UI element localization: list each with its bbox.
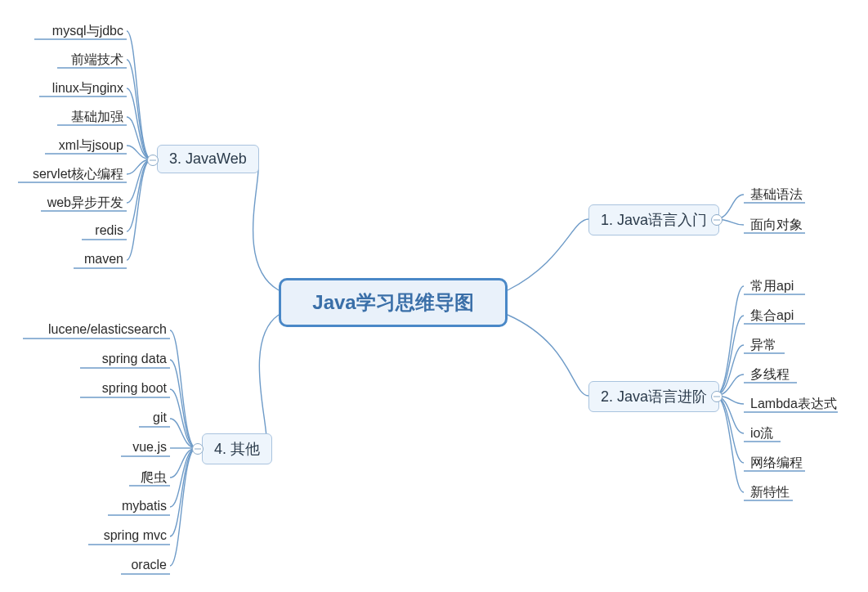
leaf-node[interactable]: mysql与jdbc [49, 21, 127, 42]
expand-toggle-icon[interactable] [711, 391, 723, 402]
leaf-label: 常用api [750, 279, 794, 293]
leaf-label: vue.js [132, 440, 167, 454]
leaf-label: 基础语法 [750, 187, 803, 201]
leaf-node[interactable]: 前端技术 [68, 50, 127, 70]
leaf-node[interactable]: 基础加强 [68, 107, 127, 128]
leaf-label: 前端技术 [71, 52, 123, 66]
leaf-node[interactable]: web异步开发 [44, 193, 127, 213]
leaf-label: redis [95, 223, 123, 237]
leaf-node[interactable]: io流 [747, 424, 776, 444]
leaf-node[interactable]: 常用api [747, 276, 797, 297]
leaf-node[interactable]: mybatis [119, 497, 170, 515]
leaf-label: linux与nginx [52, 81, 123, 95]
leaf-node[interactable]: spring data [99, 350, 170, 368]
leaf-label: 面向对象 [750, 218, 803, 231]
leaf-label: mybatis [122, 499, 167, 513]
leaf-label: Lambda表达式 [750, 397, 837, 410]
leaf-node[interactable]: 面向对象 [747, 215, 806, 235]
branch-javaweb[interactable]: 3. JavaWeb [157, 145, 259, 173]
leaf-node[interactable]: 集合api [747, 306, 797, 326]
leaf-node[interactable]: vue.js [129, 438, 170, 456]
leaf-node[interactable]: Lambda表达式 [747, 394, 840, 415]
leaf-label: 基础加强 [71, 110, 123, 123]
leaf-node[interactable]: oracle [128, 556, 170, 574]
leaf-label: lucene/elasticsearch [48, 322, 167, 336]
leaf-label: io流 [750, 426, 773, 440]
leaf-node[interactable]: 基础语法 [747, 185, 806, 205]
expand-toggle-icon[interactable] [147, 155, 159, 166]
leaf-label: mysql与jdbc [52, 24, 123, 38]
leaf-label: oracle [131, 558, 167, 572]
leaf-node[interactable]: servlet核心编程 [29, 164, 127, 185]
expand-toggle-icon[interactable] [192, 443, 204, 455]
leaf-label: 集合api [750, 308, 794, 322]
leaf-label: servlet核心编程 [33, 167, 123, 181]
leaf-node[interactable]: linux与nginx [49, 78, 127, 99]
leaf-node[interactable]: lucene/elasticsearch [45, 321, 170, 339]
leaf-node[interactable]: spring mvc [101, 527, 170, 545]
branch-label: 3. JavaWeb [169, 150, 247, 168]
leaf-label: web异步开发 [47, 195, 123, 209]
leaf-label: git [153, 410, 167, 424]
leaf-node[interactable]: 网络编程 [747, 453, 806, 473]
leaf-label: spring mvc [104, 528, 167, 542]
branch-label: 2. Java语言进阶 [601, 387, 707, 406]
leaf-label: 多线程 [750, 367, 790, 381]
branch-java-basics[interactable]: 1. Java语言入门 [588, 204, 719, 235]
branch-java-advanced[interactable]: 2. Java语言进阶 [588, 381, 719, 412]
root-node[interactable]: Java学习思维导图 [279, 278, 508, 327]
leaf-node[interactable]: 爬虫 [137, 468, 170, 488]
leaf-label: spring data [102, 352, 167, 366]
branch-label: 1. Java语言入门 [601, 210, 707, 230]
root-title: Java学习思维导图 [312, 289, 473, 316]
branch-label: 4. 其他 [214, 439, 260, 459]
branch-other[interactable]: 4. 其他 [202, 433, 272, 464]
leaf-node[interactable]: git [150, 409, 170, 427]
leaf-label: 异常 [750, 338, 776, 352]
leaf-label: spring boot [102, 381, 167, 395]
expand-toggle-icon[interactable] [711, 214, 723, 226]
leaf-node[interactable]: 多线程 [747, 365, 793, 385]
leaf-node[interactable]: redis [92, 222, 127, 240]
leaf-label: maven [84, 252, 123, 266]
leaf-node[interactable]: 异常 [747, 335, 780, 356]
leaf-label: xml与jsoup [59, 138, 123, 152]
mindmap-canvas: Java学习思维导图 1. Java语言入门 2. Java语言进阶 3. Ja… [0, 0, 868, 592]
leaf-node[interactable]: spring boot [99, 379, 170, 397]
leaf-label: 爬虫 [141, 470, 167, 484]
leaf-node[interactable]: xml与jsoup [56, 136, 127, 156]
leaf-label: 新特性 [750, 485, 790, 499]
leaf-node[interactable]: 新特性 [747, 482, 793, 503]
leaf-label: 网络编程 [750, 455, 803, 469]
leaf-node[interactable]: maven [81, 250, 127, 268]
